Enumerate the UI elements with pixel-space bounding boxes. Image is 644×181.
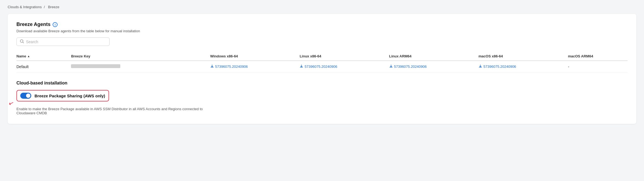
toggle-track xyxy=(20,93,31,99)
main-card: Breeze Agents i Download available Breez… xyxy=(8,14,636,124)
download-icon-linux xyxy=(300,64,303,69)
section-description: Download available Breeze agents from th… xyxy=(16,29,628,33)
page-title: Breeze Agents xyxy=(16,22,50,27)
windows-download-link[interactable]: 57396075.20240906 xyxy=(210,64,248,69)
cell-macos-arm: - xyxy=(568,61,628,72)
cell-linux: 57396075.20240906 xyxy=(300,61,389,72)
linux-arm-download-link[interactable]: 57396075.20240906 xyxy=(389,64,427,69)
breeze-sharing-toggle[interactable] xyxy=(20,93,31,99)
breadcrumb-separator: / xyxy=(44,5,45,9)
search-input[interactable] xyxy=(26,40,106,44)
cell-name: Default xyxy=(16,61,71,72)
search-box xyxy=(16,37,110,46)
cell-linux-arm: 57396075.20240906 xyxy=(389,61,478,72)
col-header-name: Name ▲ xyxy=(16,52,71,61)
page-container: Clouds & Integrations / Breeze Breeze Ag… xyxy=(0,0,644,181)
cell-windows: 57396075.20240906 xyxy=(210,61,300,72)
agents-table: Name ▲ Breeze Key Windows x86-64 Linux x… xyxy=(16,52,628,72)
section-header: Breeze Agents i xyxy=(16,22,628,27)
col-header-linux: Linux x86-64 xyxy=(300,52,389,61)
col-header-linux-arm: Linux ARM64 xyxy=(389,52,478,61)
toggle-row: Breeze Package Sharing (AWS only) xyxy=(16,90,109,101)
cloud-description: Enable to make the Breeze Package availa… xyxy=(16,107,208,115)
info-icon[interactable]: i xyxy=(53,22,58,27)
macos-download-link[interactable]: 57396075.20240906 xyxy=(478,64,516,69)
breadcrumb-parent[interactable]: Clouds & Integrations xyxy=(8,5,42,9)
linux-download-link[interactable]: 57396075.20240906 xyxy=(300,64,337,69)
col-header-windows: Windows x86-64 xyxy=(210,52,300,61)
toggle-thumb xyxy=(26,94,30,98)
breadcrumb: Clouds & Integrations / Breeze xyxy=(8,5,636,9)
toggle-label: Breeze Package Sharing (AWS only) xyxy=(35,94,105,98)
breadcrumb-current: Breeze xyxy=(48,5,59,9)
download-icon-windows xyxy=(210,64,214,69)
download-icon-linux-arm xyxy=(389,64,393,69)
search-icon xyxy=(20,39,24,44)
cloud-section-title: Cloud-based installation xyxy=(16,81,628,86)
blurred-key xyxy=(71,64,120,68)
arrow-indicator: ↙ xyxy=(8,99,15,108)
col-header-macos: macOS x86-64 xyxy=(478,52,568,61)
cell-breeze-key xyxy=(71,61,210,72)
svg-line-1 xyxy=(23,42,24,43)
cell-macos: 57396075.20240906 xyxy=(478,61,568,72)
table-row: Default 57396075.20240906 xyxy=(16,61,628,72)
col-header-macos-arm: macOS ARM64 xyxy=(568,52,628,61)
sort-arrow-name[interactable]: ▲ xyxy=(27,55,30,58)
download-icon-macos xyxy=(478,64,482,69)
cloud-section: Cloud-based installation Breeze Package … xyxy=(16,81,628,115)
col-header-key: Breeze Key xyxy=(71,52,210,61)
